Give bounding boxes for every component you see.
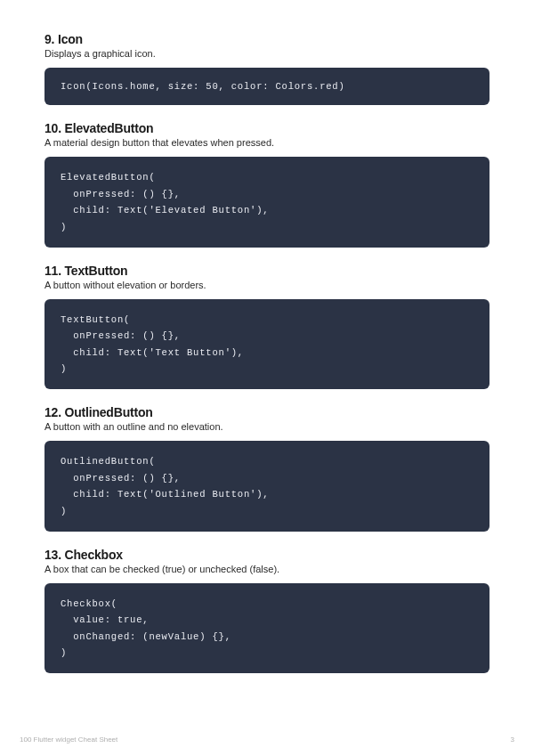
section-description: A button without elevation or borders. [44,280,490,290]
section-heading: 12. OutlinedButton [44,405,490,419]
section-description: A material design button that elevates w… [44,137,490,148]
section-icon: 9. Icon Displays a graphical icon. Icon(… [44,32,490,105]
section-description: Displays a graphical icon. [44,48,490,59]
section-checkbox: 13. Checkbox A box that can be checked (… [44,548,490,674]
section-outlinedbutton: 12. OutlinedButton A button with an outl… [44,405,490,532]
page-number: 3 [511,736,514,744]
section-description: A button with an outline and no elevatio… [44,421,490,432]
section-description: A box that can be checked (true) or unch… [44,564,490,574]
code-block: Checkbox( value: true, onChanged: (newVa… [44,583,490,674]
section-textbutton: 11. TextButton A button without elevatio… [44,264,490,390]
section-heading: 11. TextButton [44,264,490,278]
section-heading: 13. Checkbox [44,548,490,562]
footer-title: 100 Flutter widget Cheat Sheet [20,736,117,744]
section-heading: 9. Icon [44,32,490,46]
section-heading: 10. ElevatedButton [44,121,490,135]
section-elevatedbutton: 10. ElevatedButton A material design but… [44,121,490,248]
code-block: OutlinedButton( onPressed: () {}, child:… [44,441,490,532]
code-block: Icon(Icons.home, size: 50, color: Colors… [44,68,490,105]
page-content: 9. Icon Displays a graphical icon. Icon(… [0,0,534,673]
code-block: TextButton( onPressed: () {}, child: Tex… [44,299,490,390]
code-block: ElevatedButton( onPressed: () {}, child:… [44,157,490,248]
page-footer: 100 Flutter widget Cheat Sheet 3 [0,736,534,744]
